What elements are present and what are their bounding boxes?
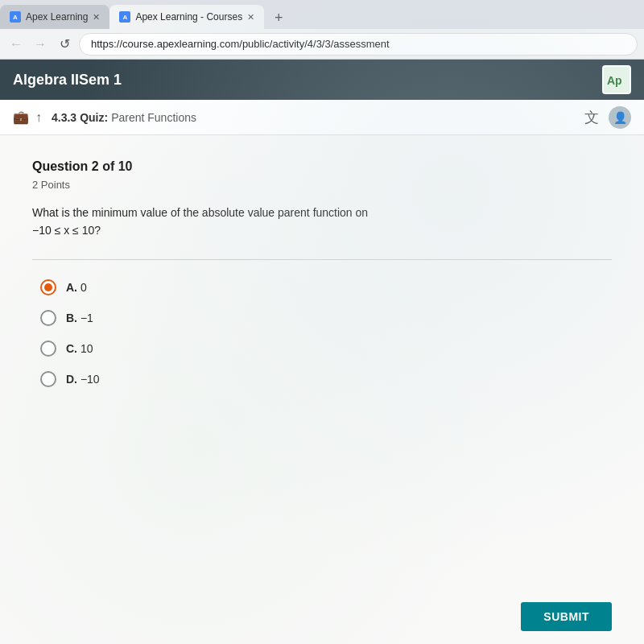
option-c-label: C. 10 [66,342,93,355]
tab-bar: A Apex Learning ✕ A Apex Learning - Cour… [0,0,644,29]
briefcase-icon: 💼 [13,109,29,125]
tab2-close-icon[interactable]: ✕ [247,12,254,23]
question-divider [32,259,612,260]
question-text-line2: −10 ≤ x ≤ 10? [32,224,101,237]
tab-apex-learning[interactable]: A Apex Learning ✕ [0,5,109,29]
quiz-number: 4.3.3 [52,111,76,124]
back-button[interactable]: ← [6,35,26,54]
option-b[interactable]: B. −1 [40,310,612,326]
svg-text:Ap: Ap [607,74,622,87]
tab1-favicon: A [10,11,21,23]
option-b-value: −1 [80,312,93,324]
quiz-name: Parent Functions [111,111,196,124]
question-area: Question 2 of 10 2 Points What is the mi… [0,135,644,586]
header-logo: Ap [602,65,631,94]
option-a-letter: A. [66,281,77,294]
question-text-line1: What is the minimum value of the absolut… [32,206,368,219]
submit-area: SUBMIT [0,586,644,644]
page-header-title: Algebra IISem 1 [13,72,122,89]
option-d-letter: D. [66,373,77,386]
question-text: What is the minimum value of the absolut… [32,204,612,240]
tab2-title: Apex Learning - Courses [135,11,242,23]
quiz-toolbar: 💼 ↑ 4.3.3 Quiz: Parent Functions 文 👤 [0,100,644,135]
option-a-label: A. 0 [66,281,87,294]
radio-b[interactable] [40,310,56,326]
address-input[interactable] [79,33,638,56]
user-avatar-icon[interactable]: 👤 [609,106,631,129]
question-header: Question 2 of 10 [32,159,612,174]
option-c-value: 10 [80,342,93,355]
address-bar-row: ← → ↺ [0,29,644,60]
question-number: Question 2 of 10 [32,159,612,174]
question-points: 2 Points [32,179,612,191]
option-a[interactable]: A. 0 [40,279,612,295]
quiz-toolbar-left: 💼 ↑ 4.3.3 Quiz: Parent Functions [13,109,196,125]
radio-a-inner [44,283,52,291]
option-b-letter: B. [66,312,77,324]
quiz-label: Quiz: [80,111,108,124]
radio-a[interactable] [40,279,56,295]
add-tab-button[interactable]: + [267,6,290,29]
tab2-favicon: A [119,11,130,23]
radio-c[interactable] [40,341,56,357]
option-b-label: B. −1 [66,312,93,324]
submit-button[interactable]: SUBMIT [521,602,612,631]
refresh-button[interactable]: ↺ [55,35,74,54]
option-a-value: 0 [80,281,87,294]
quiz-breadcrumb: 4.3.3 Quiz: Parent Functions [52,111,196,124]
translate-icon[interactable]: 文 [584,108,599,127]
option-c[interactable]: C. 10 [40,341,612,357]
options-list: A. 0 B. −1 C. 10 D. −10 [40,279,612,387]
tab1-close-icon[interactable]: ✕ [93,12,100,23]
tab-apex-learning-courses[interactable]: A Apex Learning - Courses ✕ [109,5,264,29]
browser-chrome: A Apex Learning ✕ A Apex Learning - Cour… [0,0,644,60]
up-arrow-icon: ↑ [35,110,42,125]
option-d-label: D. −10 [66,373,100,386]
toolbar-right: 文 👤 [584,106,631,129]
option-d-value: −10 [80,373,100,386]
page-header: Algebra IISem 1 Ap [0,60,644,100]
tab1-title: Apex Learning [26,11,88,23]
option-c-letter: C. [66,342,77,355]
apex-logo-icon: Ap [604,67,630,93]
option-d[interactable]: D. −10 [40,371,612,387]
radio-d[interactable] [40,371,56,387]
forward-button[interactable]: → [31,35,50,54]
